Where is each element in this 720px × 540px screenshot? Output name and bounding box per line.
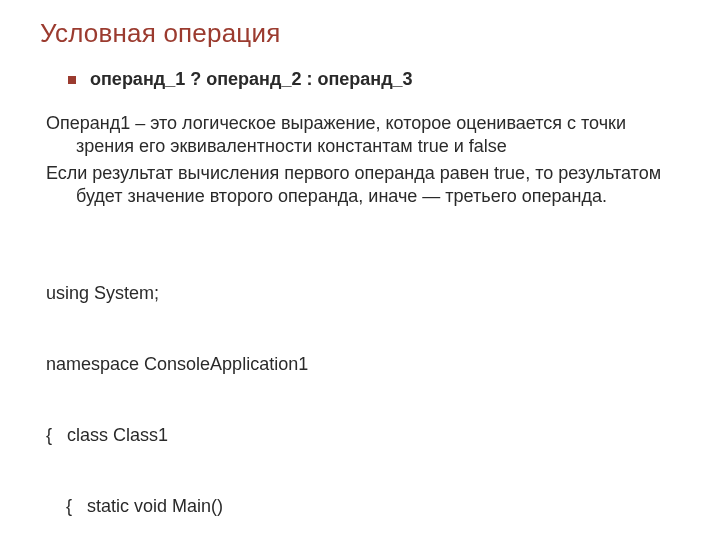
page-title: Условная операция [40,18,680,49]
bullet-text: операнд_1 ? операнд_2 : операнд_3 [90,69,413,90]
code-block: using System; namespace ConsoleApplicati… [40,234,680,540]
slide: Условная операция операнд_1 ? операнд_2 … [0,0,720,540]
code-line: { class Class1 [46,424,680,448]
code-line: using System; [46,282,680,306]
spacer [40,212,680,234]
square-bullet-icon [68,76,76,84]
paragraph-1: Операнд1 – это логическое выражение, кот… [40,112,680,158]
code-line: { static void Main() [46,495,680,519]
code-line: namespace ConsoleApplication1 [46,353,680,377]
paragraph-2: Если результат вычисления первого операн… [40,162,680,208]
bullet-item: операнд_1 ? операнд_2 : операнд_3 [68,69,680,90]
